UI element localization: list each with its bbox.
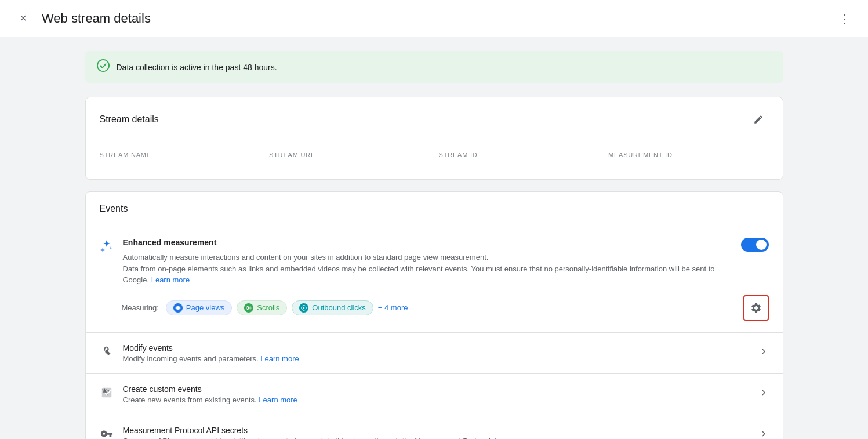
page-title: Web stream details <box>42 11 151 26</box>
alert-banner: Data collection is active in the past 48… <box>85 51 783 83</box>
measurement-protocol-row[interactable]: Measurement Protocol API secrets Create … <box>86 415 783 440</box>
modify-events-chevron <box>758 346 769 360</box>
enhanced-measurement-section: Enhanced measurement Automatically measu… <box>86 226 783 333</box>
chip-page-views-label: Page views <box>186 303 224 312</box>
key-icon <box>100 427 114 439</box>
stream-details-row: STREAM NAME STREAM URL STREAM ID MEASURE… <box>86 142 783 179</box>
measurement-id-label: MEASUREMENT ID <box>608 151 769 158</box>
modify-events-learn-more[interactable]: Learn more <box>260 354 299 363</box>
create-custom-events-row[interactable]: Create custom events Create new events f… <box>86 374 783 415</box>
measuring-label: Measuring: <box>122 303 159 312</box>
more-chips-link[interactable]: + 4 more <box>378 303 408 312</box>
outbound-icon <box>299 303 308 313</box>
stream-details-header: Stream details <box>86 97 783 142</box>
enhanced-measurement-header: Enhanced measurement Automatically measu… <box>100 238 769 286</box>
measuring-row: Measuring: Page views Scrolls <box>122 295 769 321</box>
header-left: × Web stream details <box>14 9 151 28</box>
create-custom-events-desc: Create new events from existing events. … <box>123 396 297 404</box>
create-custom-events-name: Create custom events <box>123 384 297 394</box>
enhanced-measurement-toggle[interactable] <box>741 238 769 252</box>
check-circle-icon <box>97 59 110 75</box>
chip-scrolls-label: Scrolls <box>257 303 279 312</box>
stream-url-col: STREAM URL <box>269 151 430 163</box>
chip-outbound-clicks: Outbound clicks <box>292 300 373 315</box>
events-card: Events Enhanced measurement <box>85 191 783 439</box>
create-custom-events-learn-more[interactable]: Learn more <box>259 396 297 404</box>
svg-point-2 <box>248 307 250 309</box>
measurement-protocol-text: Measurement Protocol API secrets Create … <box>123 426 533 440</box>
measurement-protocol-learn-more[interactable]: Learn more <box>495 437 533 440</box>
svg-point-0 <box>97 60 108 71</box>
modify-events-left: Modify events Modify incoming events and… <box>100 343 299 363</box>
measurement-protocol-chevron <box>758 429 769 439</box>
modify-events-name: Modify events <box>123 343 299 353</box>
modify-events-icon <box>100 345 114 361</box>
chip-outbound-clicks-label: Outbound clicks <box>312 303 366 312</box>
events-title: Events <box>100 204 128 213</box>
stream-details-card: Stream details STREAM NAME STREAM URL ST… <box>85 97 783 180</box>
measuring-chips: Measuring: Page views Scrolls <box>122 300 408 315</box>
measurement-protocol-desc: Create an API secret to enable additiona… <box>123 437 533 440</box>
stream-id-label: STREAM ID <box>439 151 600 158</box>
events-card-header: Events <box>86 192 783 226</box>
stream-url-label: STREAM URL <box>269 151 430 158</box>
alert-text: Data collection is active in the past 48… <box>117 63 277 72</box>
edit-stream-button[interactable] <box>748 109 769 130</box>
close-button[interactable]: × <box>14 9 32 28</box>
main-content: Data collection is active in the past 48… <box>57 37 811 439</box>
stream-name-col: STREAM NAME <box>100 151 260 163</box>
scroll-icon <box>244 303 253 313</box>
app-header: × Web stream details ⋮ <box>0 0 868 37</box>
create-custom-events-left: Create custom events Create new events f… <box>100 384 297 404</box>
measurement-id-col: MEASUREMENT ID <box>608 151 769 163</box>
measurement-protocol-name: Measurement Protocol API secrets <box>123 426 533 435</box>
stream-id-col: STREAM ID <box>439 151 600 163</box>
modify-events-desc: Modify incoming events and parameters. L… <box>123 354 299 363</box>
stream-details-title: Stream details <box>100 114 159 125</box>
enhanced-measurement-title: Enhanced measurement <box>123 238 741 247</box>
modify-events-row[interactable]: Modify events Modify incoming events and… <box>86 333 783 374</box>
enhanced-learn-more-link[interactable]: Learn more <box>151 275 190 284</box>
enhanced-left: Enhanced measurement Automatically measu… <box>100 238 741 286</box>
more-button[interactable]: ⋮ <box>836 9 854 28</box>
measurement-protocol-left: Measurement Protocol API secrets Create … <box>100 426 533 440</box>
enhanced-settings-button[interactable] <box>743 295 769 321</box>
create-custom-events-chevron <box>758 387 769 401</box>
enhanced-content: Enhanced measurement Automatically measu… <box>123 238 741 286</box>
svg-point-6 <box>107 390 109 392</box>
sparkles-icon <box>100 239 114 256</box>
chip-page-views: Page views <box>166 300 232 315</box>
create-custom-events-text: Create custom events Create new events f… <box>123 384 297 404</box>
enhanced-measurement-desc: Automatically measure interactions and c… <box>123 252 741 286</box>
eye-icon <box>173 303 183 313</box>
modify-events-text: Modify events Modify incoming events and… <box>123 343 299 363</box>
svg-point-4 <box>303 307 305 309</box>
stream-name-label: STREAM NAME <box>100 151 260 158</box>
create-custom-events-icon <box>100 386 114 402</box>
chip-scrolls: Scrolls <box>237 300 287 315</box>
